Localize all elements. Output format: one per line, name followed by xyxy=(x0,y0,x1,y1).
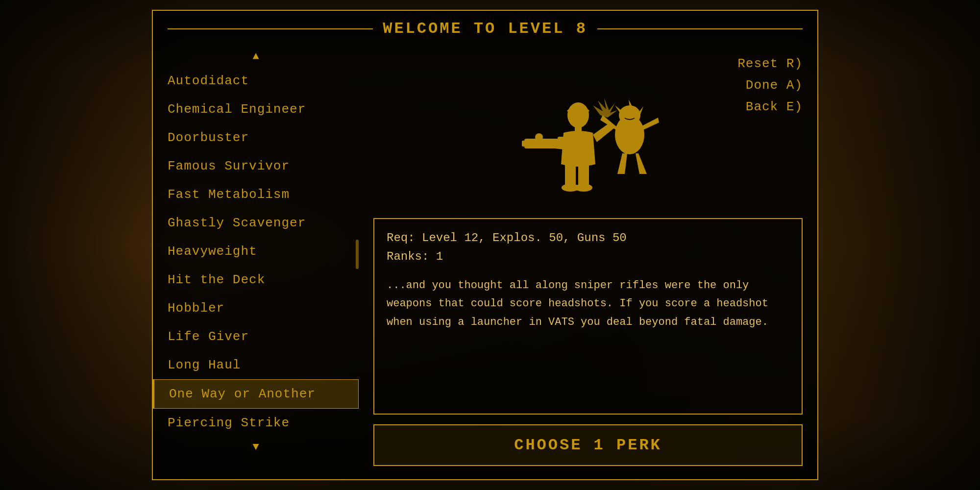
svg-point-9 xyxy=(535,133,543,141)
perk-item[interactable]: Doorbuster xyxy=(153,123,359,152)
perk-item[interactable]: Fast Metabolism xyxy=(153,180,359,209)
perk-item[interactable]: Autodidact xyxy=(153,67,359,95)
svg-point-11 xyxy=(619,105,640,125)
svg-rect-3 xyxy=(578,162,589,187)
title-bar: WELCOME TO LEVEL 8 xyxy=(153,11,817,47)
perk-item[interactable]: Piercing Strike xyxy=(153,409,359,437)
svg-point-13 xyxy=(631,111,636,115)
controls: Reset R) Done A) Back E) xyxy=(737,56,803,114)
info-panel: Reset R) Done A) Back E) xyxy=(359,47,817,476)
back-control[interactable]: Back E) xyxy=(746,99,803,114)
main-panel: WELCOME TO LEVEL 8 ▲ AutodidactChemical … xyxy=(152,10,818,480)
scroll-down-button[interactable]: ▼ xyxy=(153,437,359,457)
perk-description: ...and you thought all along sniper rifl… xyxy=(387,276,789,331)
svg-rect-7 xyxy=(522,141,532,147)
perk-list-container: ▲ AutodidactChemical EngineerDoorbusterF… xyxy=(153,47,359,476)
perk-requirements: Req: Level 12, Explos. 50, Guns 50 Ranks… xyxy=(387,229,789,267)
svg-rect-2 xyxy=(565,162,576,187)
perk-info-box: Req: Level 12, Explos. 50, Guns 50 Ranks… xyxy=(373,218,803,415)
perk-item[interactable]: Famous Survivor xyxy=(153,152,359,180)
perk-item[interactable]: Hobbler xyxy=(153,294,359,322)
svg-point-12 xyxy=(623,111,628,115)
content-area: ▲ AutodidactChemical EngineerDoorbusterF… xyxy=(153,47,817,476)
perk-item[interactable]: Life Giver xyxy=(153,322,359,351)
perk-list: AutodidactChemical EngineerDoorbusterFam… xyxy=(153,67,359,437)
reset-control[interactable]: Reset R) xyxy=(737,56,803,71)
page-title: WELCOME TO LEVEL 8 xyxy=(373,20,597,38)
perk-item[interactable]: Chemical Engineer xyxy=(153,95,359,123)
perk-item[interactable]: Long Haul xyxy=(153,351,359,379)
perk-item[interactable]: Ghastly Scavenger xyxy=(153,209,359,237)
perk-item[interactable]: One Way or Another xyxy=(153,379,359,409)
scroll-up-button[interactable]: ▲ xyxy=(153,47,359,67)
choose-perk-button[interactable]: CHOOSE 1 PERK xyxy=(373,424,803,466)
perk-item[interactable]: Heavyweight xyxy=(153,237,359,266)
svg-rect-8 xyxy=(558,137,572,141)
vault-boy-illustration xyxy=(514,66,662,203)
perk-item[interactable]: Hit the Deck xyxy=(153,266,359,294)
svg-point-5 xyxy=(575,184,592,192)
done-control[interactable]: Done A) xyxy=(746,78,803,93)
